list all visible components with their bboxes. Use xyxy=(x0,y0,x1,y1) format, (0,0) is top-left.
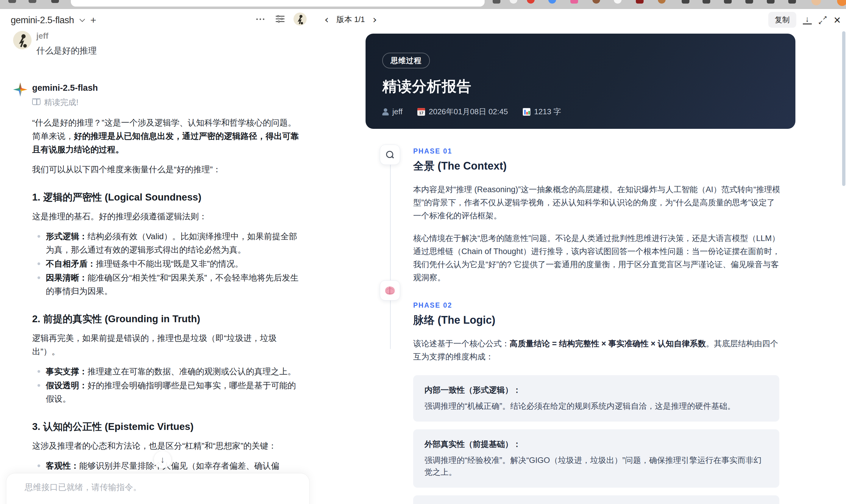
extension-icon[interactable] xyxy=(570,0,578,4)
list-item: 事实支撑：推理建立在可靠的数据、准确的观测或公认的真理之上。 xyxy=(32,365,300,378)
user-message-text: 什么是好的推理 xyxy=(36,45,312,57)
browser-toolbar xyxy=(0,0,846,9)
toolbar-icon[interactable] xyxy=(767,0,775,4)
dimension-cards: 内部一致性（形式逻辑）： 强调推理的“机械正确”。结论必须在给定的规则系统内逻辑… xyxy=(413,375,779,504)
user-avatar xyxy=(13,31,32,49)
section-heading: 2. 前提的真实性 (Grounding in Truth) xyxy=(32,312,300,325)
phase2-title: 脉络 (The Logic) xyxy=(413,313,795,328)
phase1-paragraph: 本内容是对“推理 (Reasoning)”这一抽象概念的高层建模。在知识爆炸与人… xyxy=(413,183,781,222)
new-chat-button[interactable]: + xyxy=(90,14,96,26)
status-text: 精读完成! xyxy=(44,97,78,108)
list-item: 不自相矛盾：推理链条中不能出现“既是又非”的情况。 xyxy=(32,257,300,270)
bullet-list: 形式逻辑：结构必须有效（Valid）。比如演绎推理中，如果前提全部为真，那么通过… xyxy=(32,230,300,298)
message-composer[interactable]: 思维接口已就绪，请传输指令。 + xyxy=(6,473,310,504)
section-lead: 逻辑再完美，如果前提是错误的，推理也是垃圾（即“垃圾进，垃圾出”）。 xyxy=(32,331,300,358)
list-item: 因果清晰：能准确区分“相关性”和“因果关系”，不会轻率地将先后发生的事情归为因果… xyxy=(32,271,300,298)
copy-button[interactable]: 复制 xyxy=(768,12,796,28)
chevron-down-icon xyxy=(80,16,85,22)
toolbar-icon[interactable] xyxy=(703,0,710,4)
dimension-card: 外部真实性（前提基础）： 强调推理的“经验校准”。解决“GIGO（垃圾进，垃圾出… xyxy=(413,429,779,488)
download-icon[interactable]: ↓ xyxy=(803,16,812,24)
user-name: jeff xyxy=(36,32,312,41)
version-label: 版本 1/1 xyxy=(336,14,365,25)
downloads-icon[interactable] xyxy=(788,0,796,4)
report-title: 精读分析报告 xyxy=(382,77,795,96)
toolbar-icon[interactable] xyxy=(745,0,753,4)
extension-icon[interactable] xyxy=(658,0,666,4)
artifact-toolbar: ‹ 版本 1/1 › 复制 ↓ ↗↙ × xyxy=(318,9,846,32)
phase2-label: PHASE 02 xyxy=(413,301,795,309)
open-book-icon xyxy=(32,100,40,105)
chat-header: gemini-2.5-flash + xyxy=(0,9,316,32)
phase1-section: PHASE 01 全景 (The Context) 本内容是对“推理 (Reas… xyxy=(366,147,795,284)
share-icon[interactable] xyxy=(493,0,500,4)
report-author: jeff xyxy=(392,107,403,116)
phase2-lead: 该论述基于一个核心公式：高质量结论 = 结构完整性 × 事实准确性 × 认知自律… xyxy=(413,337,781,363)
report-panel: 思维过程 精读分析报告 jeff 172026年01月08日 02:45 121… xyxy=(366,34,795,504)
settings-sliders-icon[interactable] xyxy=(276,15,285,23)
version-navigator: ‹ 版本 1/1 › xyxy=(324,14,377,25)
report-badge: 思维过程 xyxy=(382,53,430,68)
app-window: gemini-2.5-flash + jeff 什么是好的推理 g xyxy=(0,0,846,504)
menu-icon[interactable] xyxy=(51,0,59,3)
tabs-icon[interactable] xyxy=(29,0,36,3)
section-lead: 这涉及推理者的心态和方法论，也是区分“杠精”和“思想家”的关键： xyxy=(32,439,300,452)
section-heading: 1. 逻辑的严密性 (Logical Soundness) xyxy=(32,191,300,204)
phase1-icon-tile xyxy=(380,145,400,165)
toolbar-icon[interactable] xyxy=(724,0,732,4)
bullet-list: 事实支撑：推理建立在可靠的数据、准确的观测或公认的真理之上。 假设透明：好的推理… xyxy=(32,365,300,406)
intro-paragraph: “什么是好的推理？”这是一个涉及逻辑学、认知科学和哲学核心的问题。简单来说，好的… xyxy=(32,116,300,156)
toolbar-icon[interactable] xyxy=(682,0,689,4)
phase2-section: PHASE 02 脉络 (The Logic) 该论述基于一个核心公式：高质量结… xyxy=(366,301,795,504)
extension-icon[interactable] xyxy=(614,0,621,4)
back-icon[interactable] xyxy=(8,0,16,3)
extension-icon[interactable] xyxy=(548,0,556,4)
extension-icon[interactable] xyxy=(837,0,846,6)
assistant-reply: “什么是好的推理？”这是一个涉及逻辑学、认知科学和哲学核心的问题。简单来说，好的… xyxy=(32,116,300,504)
intro-paragraph-2: 我们可以从以下四个维度来衡量什么是“好的推理”： xyxy=(32,163,300,176)
assistant-model-name: gemini-2.5-flash xyxy=(32,83,312,93)
list-item: 形式逻辑：结构必须有效（Valid）。比如演绎推理中，如果前提全部为真，那么通过… xyxy=(32,230,300,256)
phase1-label: PHASE 01 xyxy=(413,147,795,155)
prev-version-icon[interactable]: ‹ xyxy=(324,16,329,23)
word-count-icon xyxy=(523,108,530,116)
model-name: gemini-2.5-flash xyxy=(11,15,74,25)
dimension-card: 主体伦理（认识美德）： 转向推理者的心理特征。引入奥卡姆剃刀和反向论证，旨在克服… xyxy=(413,496,779,504)
address-bar[interactable] xyxy=(71,0,484,6)
close-icon[interactable]: × xyxy=(834,16,841,24)
phase2-icon-tile xyxy=(380,280,400,301)
report-word-count: 1213 字 xyxy=(534,107,561,117)
list-item: 假设透明：好的推理会明确指明哪些是已知事实，哪些是基于可能的假设。 xyxy=(32,379,300,406)
phase1-title: 全景 (The Context) xyxy=(413,159,795,174)
user-message: jeff 什么是好的推理 xyxy=(13,31,312,57)
gemini-logo-icon xyxy=(13,83,28,97)
fullscreen-icon[interactable]: ↗↙ xyxy=(818,16,827,24)
report-datetime: 2026年01月08日 02:45 xyxy=(429,107,508,117)
chat-transcript: jeff 什么是好的推理 gemini-2.5-flash 精读完成! “什么是… xyxy=(13,31,312,504)
section-lead: 这是推理的基石。好的推理必须遵循逻辑法则： xyxy=(32,210,300,223)
dimension-card: 内部一致性（形式逻辑）： 强调推理的“机械正确”。结论必须在给定的规则系统内逻辑… xyxy=(413,375,779,421)
user-avatar[interactable] xyxy=(294,13,306,25)
more-options-icon[interactable] xyxy=(254,16,267,22)
extension-icon[interactable] xyxy=(636,0,644,4)
arrow-down-icon: ↓ xyxy=(160,455,165,465)
report-meta: jeff 172026年01月08日 02:45 1213 字 xyxy=(382,107,795,117)
model-switcher[interactable]: gemini-2.5-flash + xyxy=(11,14,96,26)
extension-icon[interactable] xyxy=(527,0,535,4)
calendar-icon: 17 xyxy=(417,108,425,116)
section-heading: 3. 认知的公正性 (Epistemic Virtues) xyxy=(32,420,300,433)
magnifier-icon xyxy=(386,151,394,159)
next-version-icon[interactable]: › xyxy=(373,16,377,23)
author-icon xyxy=(382,108,389,115)
composer-placeholder: 思维接口已就绪，请传输指令。 xyxy=(25,482,141,493)
extension-icon[interactable] xyxy=(593,0,600,4)
vertical-scrollbar[interactable] xyxy=(842,31,845,186)
phase1-paragraph: 核心情境在于解决“思考的随意性”问题。不论是人类通过批判性思维进行决策，还是大语… xyxy=(413,232,781,284)
extension-icon[interactable] xyxy=(510,0,517,4)
report-hero-card: 思维过程 精读分析报告 jeff 172026年01月08日 02:45 121… xyxy=(366,34,795,129)
profile-avatar[interactable] xyxy=(811,0,821,5)
brain-icon xyxy=(385,287,395,294)
scroll-to-bottom-button[interactable]: ↓ xyxy=(154,451,171,468)
assistant-status: 精读完成! xyxy=(32,97,312,108)
assistant-message: gemini-2.5-flash 精读完成! “什么是好的推理？”这是一个涉及逻… xyxy=(13,82,312,504)
